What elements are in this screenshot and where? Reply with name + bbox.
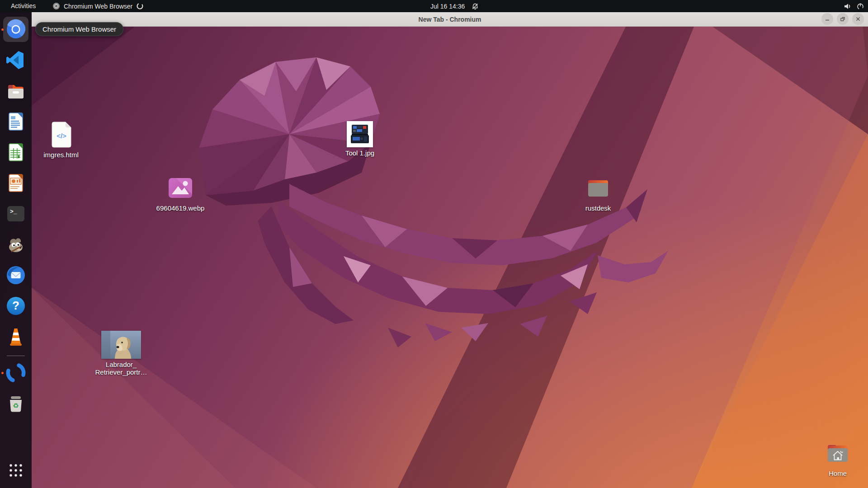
dock-item-files[interactable] [0,80,32,102]
desktop-icon-label: imgres.html [43,151,79,159]
dock-item-libreoffice-impress[interactable] [0,172,32,194]
running-indicator [1,28,4,31]
rustdesk-icon [5,362,27,384]
svg-text:>_: >_ [10,208,17,215]
dock-item-vlc[interactable] [0,326,32,347]
wallpaper-artwork [0,12,868,488]
desktop-icon-imgres-html[interactable]: </> imgres.html [34,120,88,159]
home-folder-icon [823,439,852,468]
files-icon [5,80,27,102]
dock: >_ [0,12,32,488]
app-menu-label: Chromium Web Browser [64,3,132,10]
dock-item-thunderbird[interactable] [0,264,32,286]
image-file-icon [166,174,195,202]
dock-item-rustdesk[interactable] [0,362,32,384]
dock-item-gimp[interactable] [0,234,32,255]
window-controls [821,13,864,25]
desktop-icon-rustdesk-folder[interactable]: rustdesk [571,174,625,212]
loading-spinner-icon [136,2,144,10]
vscode-icon [5,49,27,71]
clock-menu-button[interactable]: Jul 16 14:36 [430,0,479,12]
desktop-icon-label: Tool 1.jpg [345,150,374,157]
dock-item-terminal[interactable]: >_ [0,203,32,225]
vlc-icon [5,326,27,347]
chromium-mono-icon [52,2,60,10]
minimize-icon [825,16,830,22]
power-icon [856,2,864,10]
html-file-icon: </> [47,120,75,149]
dock-item-libreoffice-writer[interactable] [0,111,32,132]
desktop-icon-69604619-webp[interactable]: 69604619.webp [153,174,208,212]
trash-icon: ♻ [5,393,27,414]
desktop-icon-label: Home [829,470,847,478]
toolkit-photo-thumbnail [347,121,373,147]
svg-text:♻: ♻ [13,402,19,409]
restore-button[interactable] [837,13,849,25]
bell-muted-icon [471,2,479,10]
dock-item-vscode[interactable] [0,49,32,71]
desktop-icon-labrador-photo[interactable]: Labrador_ Retriever_portr… [94,331,148,376]
help-icon: ? [5,295,27,317]
thunderbird-icon [5,264,27,286]
dock-item-trash[interactable]: ♻ [0,393,32,414]
minimize-button[interactable] [821,13,833,25]
system-status-area[interactable] [843,0,864,12]
app-grid-icon [8,463,24,478]
folder-icon [584,174,613,202]
chromium-icon [5,19,27,40]
show-applications-button[interactable] [0,463,32,478]
dog-photo-thumbnail [101,331,141,359]
desktop-screen: New Tab - Chromium </> [0,0,868,488]
svg-text:?: ? [12,299,19,312]
app-menu-button[interactable]: Chromium Web Browser [52,0,144,12]
svg-text:</>: </> [57,132,66,140]
window-title: New Tab - Chromium [419,16,481,23]
desktop-icon-label: 69604619.webp [156,205,205,212]
dock-item-help[interactable]: ? [0,295,32,317]
dock-item-libreoffice-calc[interactable] [0,141,32,163]
window-titlebar[interactable]: New Tab - Chromium [32,12,868,27]
restore-icon [840,16,845,22]
desktop-icon-tool1-jpg[interactable]: Tool 1.jpg [333,121,387,157]
wallpaper [0,12,868,488]
volume-icon [843,2,852,10]
close-button[interactable] [852,13,864,25]
running-indicator [1,372,4,374]
clock-label: Jul 16 14:36 [430,3,465,10]
libreoffice-writer-icon [5,111,27,132]
dock-divider [7,356,25,356]
gimp-icon [5,234,27,255]
close-icon [855,16,861,22]
libreoffice-impress-icon [5,172,27,194]
libreoffice-calc-icon [5,141,27,163]
terminal-icon: >_ [5,203,27,225]
activities-button[interactable]: Activities [8,0,38,12]
desktop-icon-home-folder[interactable]: Home [811,439,865,478]
top-bar: Activities Chromium Web Browser Jul 16 1… [0,0,868,12]
desktop-icon-label: rustdesk [585,205,611,212]
desktop-icon-label: Labrador_ Retriever_portr… [95,361,147,376]
dock-item-chromium[interactable] [0,17,32,42]
dock-tooltip: Chromium Web Browser [35,22,123,36]
